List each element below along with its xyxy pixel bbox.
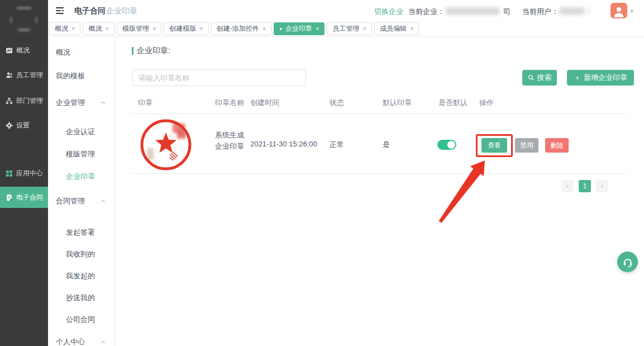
submenu-label: 概况: [56, 48, 70, 58]
user-avatar[interactable]: [610, 3, 627, 18]
sidebar-item-label: 员工管理: [16, 70, 43, 80]
main-content: 企业印章: 搜索 ＋ 新增企业印章 印章 印章名称 创建时间 状态 默认印章 是…: [115, 37, 644, 346]
sidebar-item-label: 概况: [16, 46, 30, 55]
chevron-up-icon: [101, 101, 106, 105]
sidebar-item-departments[interactable]: 部门管理: [0, 93, 48, 108]
breadcrumb-current: 企业印章: [106, 6, 137, 16]
tab-company-seal[interactable]: ● 企业印章 ×: [274, 22, 325, 35]
seal-name-line2: 企业印章: [215, 141, 244, 152]
submenu-company-certification[interactable]: 企业认证: [48, 126, 115, 137]
submenu-label: 我的模板: [56, 71, 85, 81]
tab-bar: 概况 × 概况 × 模版管理 × 创建模版 × 创建-添加控件 × ● 企业印章…: [48, 21, 644, 37]
close-icon[interactable]: ×: [152, 26, 156, 32]
pagination-prev-button[interactable]: ‹: [561, 180, 574, 192]
search-icon: [528, 74, 535, 81]
collapse-menu-icon[interactable]: [56, 7, 65, 14]
col-header-status: 状态: [330, 98, 344, 108]
tab-label: 企业印章: [285, 24, 312, 34]
cell-is-default: 是: [383, 140, 390, 150]
tab-label: 模版管理: [122, 24, 149, 34]
seal-name-search-input[interactable]: [132, 69, 306, 86]
submenu-personal-center[interactable]: 个人中心: [48, 336, 115, 346]
current-user-label: 当前用户：: [522, 7, 559, 17]
sidebar-item-overview[interactable]: 概况: [0, 42, 48, 58]
col-header-default-seal: 默认印章: [383, 98, 412, 108]
submenu-initiated[interactable]: 我发起的: [48, 271, 115, 281]
delete-button[interactable]: 删除: [545, 138, 569, 153]
submenu-label: 抄送我的: [66, 293, 95, 303]
submenu-company-seal[interactable]: 企业印章: [48, 171, 115, 182]
close-icon[interactable]: ×: [105, 26, 108, 32]
col-header-created: 创建时间: [250, 98, 279, 108]
tab-label: 成员编辑: [380, 24, 407, 34]
submenu-label: 企业认证: [66, 127, 95, 137]
col-header-seal-name: 印章名称: [215, 98, 244, 108]
submenu-template-management[interactable]: 模版管理: [48, 149, 115, 159]
submenu-contract-management[interactable]: 合同管理: [48, 196, 115, 206]
submenu-label: 我发起的: [66, 271, 95, 281]
censored-user-name: [560, 7, 584, 15]
sidebar-item-app-center[interactable]: 应用中心: [0, 165, 48, 181]
submenu-overview[interactable]: 概况: [48, 47, 115, 58]
title-accent-bar: [132, 47, 133, 55]
sidebar-item-employees[interactable]: 员工管理: [0, 67, 48, 83]
submenu-company-management[interactable]: 企业管理: [48, 97, 115, 108]
customer-service-button[interactable]: [617, 252, 638, 272]
submenu-label: 发起签署: [66, 227, 95, 238]
close-icon[interactable]: ×: [71, 26, 75, 32]
active-dot-icon: ●: [279, 27, 282, 31]
default-seal-toggle[interactable]: [437, 140, 456, 150]
censored-mark: [588, 8, 589, 13]
sidebar-item-label: 部门管理: [16, 96, 43, 106]
sidebar-item-label: 电子合同: [16, 193, 43, 202]
headset-icon: [622, 257, 633, 268]
contract-icon: [6, 194, 13, 201]
breadcrumb-separator: /: [100, 6, 102, 15]
submenu-cc-to-me[interactable]: 抄送我的: [48, 292, 115, 303]
pagination-next-button[interactable]: ›: [596, 180, 608, 192]
chevron-up-icon: [101, 200, 106, 203]
plus-icon: ＋: [574, 73, 581, 83]
submenu-label: 企业印章: [66, 172, 95, 182]
current-company-label: 当前企业：: [408, 7, 445, 17]
close-icon[interactable]: ×: [263, 26, 266, 32]
table-header-divider: [132, 113, 627, 114]
submenu-received[interactable]: 我收到的: [48, 249, 115, 259]
sidebar-item-settings[interactable]: 设置: [0, 117, 48, 133]
tab-overview-2[interactable]: 概况 ×: [83, 22, 114, 35]
submenu-company-contracts[interactable]: 公司合同: [48, 314, 115, 325]
censored-company-name: [446, 7, 499, 15]
tab-employee-management[interactable]: 员工管理 ×: [327, 22, 371, 35]
close-icon[interactable]: ×: [199, 26, 203, 32]
submenu-label: 个人中心: [56, 337, 85, 346]
close-icon[interactable]: ×: [362, 26, 366, 32]
company-seal-image: [138, 117, 192, 170]
cell-seal-name: 系统生成 企业印章: [215, 130, 244, 152]
col-header-seal: 印章: [138, 98, 152, 108]
submenu-label: 合同管理: [56, 196, 85, 206]
submenu-my-templates[interactable]: 我的模板: [48, 70, 115, 81]
submenu-initiate-signing[interactable]: 发起签署: [48, 227, 115, 238]
annotation-highlight-box: [476, 134, 513, 157]
tab-create-add-controls[interactable]: 创建-添加控件 ×: [211, 22, 271, 35]
primary-sidebar: 概况 员工管理 部门管理 设置: [0, 0, 48, 346]
add-company-seal-button[interactable]: ＋ 新增企业印章: [567, 70, 634, 86]
tab-member-edit[interactable]: 成员编辑 ×: [374, 22, 419, 35]
search-button[interactable]: 搜索: [522, 70, 557, 86]
annotation-arrow: [435, 158, 488, 225]
disable-button[interactable]: 禁用: [515, 138, 538, 153]
sidebar-item-label: 应用中心: [16, 169, 43, 178]
col-header-is-default: 是否默认: [438, 98, 468, 108]
sidebar-item-e-contract[interactable]: 电子合同: [0, 187, 48, 208]
company-name-suffix: 司: [503, 7, 511, 17]
apps-icon: [6, 170, 13, 177]
tab-template-management[interactable]: 模版管理 ×: [117, 22, 161, 35]
tab-overview-1[interactable]: 概况 ×: [49, 22, 80, 35]
close-icon[interactable]: ×: [410, 26, 413, 32]
close-icon[interactable]: ×: [316, 26, 319, 32]
cell-created-time: 2021-11-30 15:26:00: [250, 140, 317, 148]
avatar-caret-down-icon[interactable]: ▾: [631, 8, 633, 14]
tab-create-template[interactable]: 创建模版 ×: [164, 22, 208, 35]
switch-company-link[interactable]: 切换企业: [374, 7, 403, 17]
pagination-page-1[interactable]: 1: [579, 180, 591, 192]
